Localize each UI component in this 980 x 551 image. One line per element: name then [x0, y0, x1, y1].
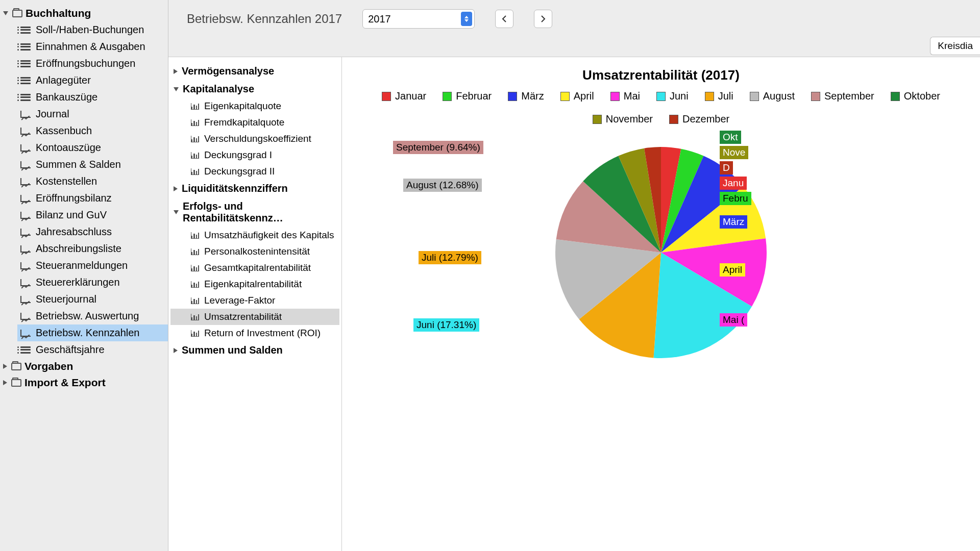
- sidebar-group-buchhaltung[interactable]: Buchhaltung: [0, 5, 168, 21]
- sidebar-item[interactable]: Steueranmeldungen: [17, 257, 168, 274]
- legend-swatch: [669, 115, 678, 124]
- sidebar-item[interactable]: Kassenbuch: [17, 122, 168, 139]
- metrics-group[interactable]: Kapitalanalyse: [170, 80, 339, 98]
- sidebar-item[interactable]: Kostenstellen: [17, 173, 168, 190]
- next-year-button[interactable]: [534, 10, 552, 28]
- chart-icon: [20, 245, 31, 253]
- bars-icon: [191, 314, 199, 320]
- sidebar-item[interactable]: Betriebsw. Auswertung: [17, 308, 168, 324]
- legend-swatch: [610, 92, 620, 101]
- metrics-item[interactable]: Personalkostenintensität: [170, 243, 339, 260]
- metrics-item[interactable]: Verschuldungskoeffizient: [170, 131, 339, 147]
- sidebar-item[interactable]: Bankauszüge: [17, 89, 168, 106]
- sidebar-item[interactable]: Kontoauszüge: [17, 139, 168, 156]
- bars-icon: [191, 281, 199, 288]
- sidebar-item[interactable]: Geschäftsjahre: [17, 341, 168, 358]
- prev-year-button[interactable]: [495, 10, 513, 28]
- metrics-group[interactable]: Erfolgs- und Rentabilitätskennz…: [170, 197, 339, 227]
- legend-item: April: [560, 90, 594, 102]
- year-select[interactable]: 2017: [362, 9, 475, 29]
- sidebar-item[interactable]: Steuererklärungen: [17, 274, 168, 291]
- sidebar-item[interactable]: Soll-/Haben-Buchungen: [17, 21, 168, 38]
- sidebar-item-label: Kassenbuch: [36, 125, 92, 137]
- chart-icon: [20, 195, 31, 202]
- chevron-down-icon: [174, 210, 179, 214]
- sidebar-item-label: Abschreibungsliste: [36, 243, 121, 255]
- metrics-item[interactable]: Eigenkapitalrentabilität: [170, 276, 339, 292]
- slice-label: Febru: [720, 192, 751, 205]
- metrics-item[interactable]: Return of Investment (ROI): [170, 325, 339, 341]
- bars-icon: [191, 330, 199, 337]
- list-icon: [20, 43, 31, 51]
- bars-icon: [191, 168, 199, 175]
- metrics-group[interactable]: Vermögensanalyse: [170, 62, 339, 80]
- sidebar-item[interactable]: Journal: [17, 106, 168, 122]
- sidebar-item[interactable]: Jahresabschluss: [17, 223, 168, 240]
- chart-icon: [20, 279, 31, 286]
- legend-label: Juli: [718, 90, 733, 102]
- chart-icon: [20, 229, 31, 236]
- chevron-down-icon: [174, 87, 179, 91]
- sidebar-item[interactable]: Anlagegüter: [17, 72, 168, 89]
- legend-label: Juni: [670, 90, 689, 102]
- sidebar-item-label: Jahresabschluss: [36, 226, 112, 238]
- metrics-item[interactable]: Umsatzhäufigkeit des Kapitals: [170, 227, 339, 243]
- sidebar-item[interactable]: Eröffnungsbilanz: [17, 190, 168, 207]
- slice-label: D: [720, 161, 733, 174]
- legend-label: Februar: [456, 90, 492, 102]
- metrics-item[interactable]: Umsatzrentabilität: [170, 309, 339, 325]
- chart-icon: [20, 262, 31, 269]
- sidebar-item-label: Steuerjournal: [36, 293, 96, 305]
- sidebar-item[interactable]: Betriebsw. Kennzahlen: [17, 324, 168, 341]
- legend-item: Juni: [656, 90, 689, 102]
- legend-item: Januar: [382, 90, 426, 102]
- metrics-group-label: Liquiditätskennziffern: [182, 183, 288, 194]
- metrics-item[interactable]: Eigenkapitalquote: [170, 98, 339, 114]
- chart-icon: [20, 111, 31, 118]
- bars-icon: [191, 103, 199, 110]
- legend-swatch: [508, 92, 517, 101]
- sidebar-item[interactable]: Abschreibungsliste: [17, 240, 168, 257]
- metrics-item[interactable]: Deckungsgrad II: [170, 163, 339, 180]
- sidebar-group[interactable]: Vorgaben: [0, 358, 168, 374]
- slice-label: August (12.68%): [403, 179, 482, 192]
- chart-type-button[interactable]: Kreisdia: [930, 37, 980, 55]
- sidebar-item[interactable]: Einnahmen & Ausgaben: [17, 38, 168, 55]
- chevron-right-icon: [3, 364, 7, 369]
- sidebar-item[interactable]: Eröffnungsbuchungen: [17, 55, 168, 72]
- year-stepper[interactable]: [461, 12, 472, 26]
- metrics-item-label: Umsatzhäufigkeit des Kapitals: [204, 230, 334, 241]
- metrics-item-label: Gesamtkapitalrentabilität: [204, 262, 311, 273]
- metrics-group[interactable]: Summen und Salden: [170, 341, 339, 359]
- main-area: Betriebsw. Kennzahlen 2017 2017 Kreisdia…: [168, 0, 980, 551]
- slice-label: Juli (12.79%): [419, 251, 481, 264]
- sidebar-group[interactable]: Import & Export: [0, 374, 168, 391]
- sidebar-group-label: Import & Export: [24, 377, 106, 389]
- sidebar-item-label: Betriebsw. Auswertung: [36, 310, 139, 322]
- chart-icon: [20, 212, 31, 219]
- legend-item: Mai: [610, 90, 640, 102]
- sidebar-item-label: Soll-/Haben-Buchungen: [36, 24, 144, 36]
- page-title: Betriebsw. Kennzahlen 2017: [187, 12, 342, 26]
- folder-icon: [12, 10, 22, 17]
- metrics-group-label: Vermögensanalyse: [182, 65, 274, 77]
- bars-icon: [191, 297, 199, 304]
- sidebar-item[interactable]: Steuerjournal: [17, 291, 168, 308]
- sidebar-item[interactable]: Summen & Salden: [17, 156, 168, 173]
- list-icon: [20, 94, 31, 101]
- legend-item: Oktober: [891, 90, 940, 102]
- bars-icon: [191, 265, 199, 271]
- metrics-group[interactable]: Liquiditätskennziffern: [170, 180, 339, 197]
- sidebar-item[interactable]: Bilanz und GuV: [17, 207, 168, 223]
- metrics-item[interactable]: Leverage-Faktor: [170, 292, 339, 309]
- legend-label: September: [824, 90, 874, 102]
- metrics-item[interactable]: Gesamtkapitalrentabilität: [170, 260, 339, 276]
- metrics-item-label: Verschuldungskoeffizient: [204, 133, 311, 144]
- list-icon: [20, 346, 31, 354]
- list-icon: [20, 60, 31, 67]
- metrics-item[interactable]: Deckungsgrad I: [170, 147, 339, 163]
- metrics-item[interactable]: Fremdkapitalquote: [170, 114, 339, 131]
- chart-icon: [20, 178, 31, 185]
- bars-icon: [191, 248, 199, 255]
- slice-label: Okt: [720, 131, 741, 144]
